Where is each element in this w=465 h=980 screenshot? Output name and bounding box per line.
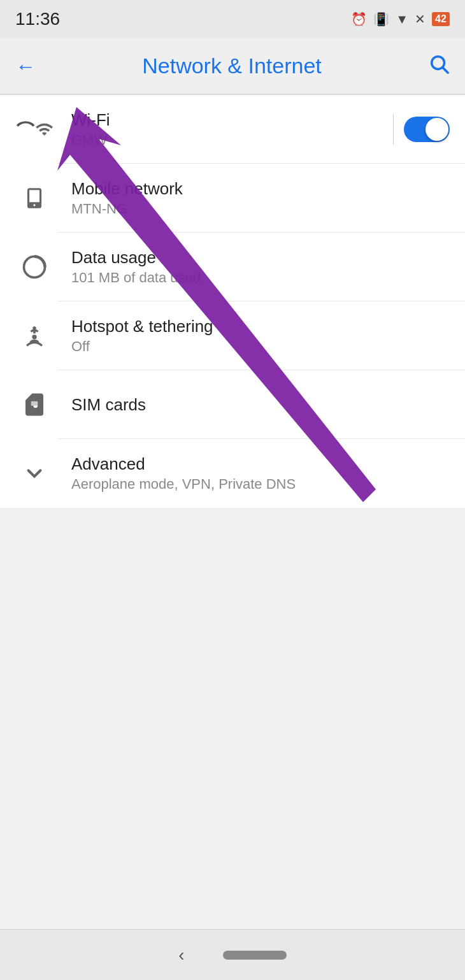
page-title: Network & Internet [36, 54, 428, 78]
data-usage-subtitle: 101 MB of data used [71, 270, 450, 286]
wifi-subtitle: GMW [71, 132, 393, 148]
svg-rect-5 [31, 401, 38, 406]
sim-text: SIM cards [54, 395, 450, 415]
hotspot-subtitle: Off [71, 338, 450, 355]
vibrate-icon: 📳 [373, 11, 389, 27]
wifi-title: Wi-Fi [71, 110, 393, 130]
header: ← Network & Internet [0, 38, 465, 94]
svg-line-1 [443, 68, 448, 73]
wifi-icon [15, 110, 54, 148]
sim-item[interactable]: SIM cards [0, 370, 465, 439]
mobile-title: Mobile network [71, 179, 450, 199]
data-usage-icon [15, 248, 54, 286]
advanced-item[interactable]: Advanced Aeroplane mode, VPN, Private DN… [0, 439, 465, 508]
sim-icon [15, 386, 54, 424]
wifi-toggle[interactable] [404, 117, 450, 142]
bottom-nav: ‹ [0, 929, 465, 980]
hotspot-title: Hotspot & tethering [71, 317, 450, 336]
mobile-icon [15, 179, 54, 217]
mobile-item[interactable]: Mobile network MTN-NG [0, 164, 465, 233]
toggle-knob [426, 118, 448, 141]
mobile-subtitle: MTN-NG [71, 201, 450, 217]
nav-back-button[interactable]: ‹ [178, 945, 184, 965]
hotspot-item[interactable]: Hotspot & tethering Off [0, 301, 465, 370]
wifi-text: Wi-Fi GMW [54, 110, 393, 148]
alarm-icon: ⏰ [351, 11, 367, 27]
back-button[interactable]: ← [15, 56, 36, 76]
wifi-status-icon: ▼ [396, 12, 408, 27]
chevron-down-icon [15, 454, 54, 493]
status-bar: 11:36 ⏰ 📳 ▼ ✕ 42 [0, 0, 465, 38]
advanced-title: Advanced [71, 454, 450, 474]
sim-title: SIM cards [71, 395, 450, 415]
data-usage-title: Data usage [71, 248, 450, 268]
nav-home-pill[interactable] [223, 951, 287, 960]
advanced-text: Advanced Aeroplane mode, VPN, Private DN… [54, 454, 450, 493]
empty-content [0, 508, 465, 916]
battery-icon: 42 [432, 12, 450, 26]
data-usage-text: Data usage 101 MB of data used [54, 248, 450, 286]
svg-point-3 [32, 335, 36, 339]
search-button[interactable] [428, 53, 450, 80]
settings-list: Wi-Fi GMW Mobile network MTN-NG [0, 95, 465, 508]
advanced-subtitle: Aeroplane mode, VPN, Private DNS [71, 476, 450, 493]
data-usage-item[interactable]: Data usage 101 MB of data used [0, 233, 465, 301]
status-time: 11:36 [15, 9, 60, 29]
wifi-right [393, 114, 450, 145]
signal-icon: ✕ [415, 11, 426, 27]
status-icons: ⏰ 📳 ▼ ✕ 42 [351, 11, 450, 27]
wifi-item[interactable]: Wi-Fi GMW [0, 95, 465, 164]
mobile-text: Mobile network MTN-NG [54, 179, 450, 217]
hotspot-icon [15, 317, 54, 355]
wifi-divider [393, 114, 394, 145]
hotspot-text: Hotspot & tethering Off [54, 317, 450, 355]
